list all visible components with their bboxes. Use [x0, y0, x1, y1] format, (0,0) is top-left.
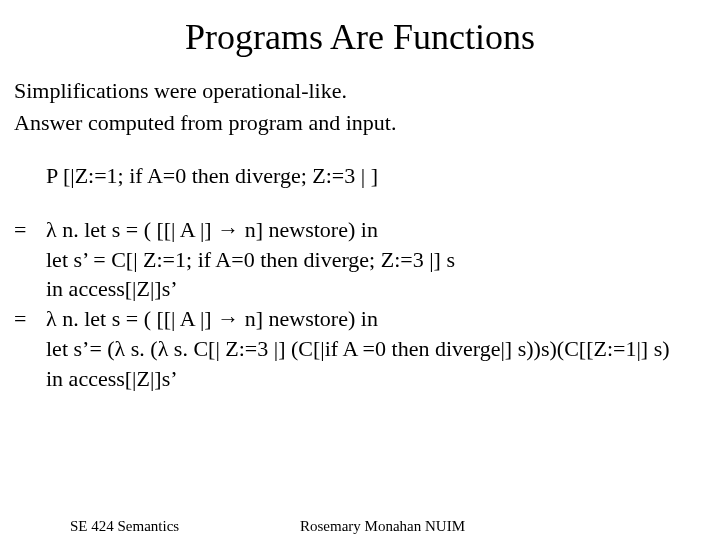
- intro-line-2: Answer computed from program and input.: [14, 108, 706, 138]
- intro-line-1: Simplifications were operational-like.: [14, 76, 706, 106]
- derivation-2-line-2: let s’= (λ s. (λ s. C[| Z:=3 |] (C[|if A…: [14, 334, 706, 364]
- equals-mark: =: [14, 215, 46, 245]
- derivation-text: in access[|Z|]s’: [46, 274, 178, 304]
- footer-author: Rosemary Monahan NUIM: [300, 518, 465, 535]
- slide-body: Simplifications were operational-like. A…: [14, 76, 706, 393]
- slide-title: Programs Are Functions: [14, 16, 706, 58]
- derivation-text: let s’= (λ s. (λ s. C[| Z:=3 |] (C[|if A…: [46, 334, 670, 364]
- footer-course: SE 424 Semantics: [70, 518, 179, 535]
- derivation-text: λ n. let s = ( [[| A |] → n] newstore) i…: [46, 304, 378, 334]
- derivation-2-line-3: in access[|Z|]s’: [14, 364, 706, 394]
- program-expression: P [|Z:=1; if A=0 then diverge; Z:=3 | ]: [14, 161, 706, 191]
- slide: Programs Are Functions Simplifications w…: [0, 0, 720, 540]
- derivation-1-line-1: = λ n. let s = ( [[| A |] → n] newstore)…: [14, 215, 706, 245]
- derivation-text: λ n. let s = ( [[| A |] → n] newstore) i…: [46, 215, 378, 245]
- spacer: [14, 193, 706, 215]
- derivation-text: let s’ = C[| Z:=1; if A=0 then diverge; …: [46, 245, 455, 275]
- derivation-1-line-3: in access[|Z|]s’: [14, 274, 706, 304]
- derivation-text: in access[|Z|]s’: [46, 364, 178, 394]
- derivation-2-line-1: = λ n. let s = ( [[| A |] → n] newstore)…: [14, 304, 706, 334]
- derivation-1-line-2: let s’ = C[| Z:=1; if A=0 then diverge; …: [14, 245, 706, 275]
- equals-mark: =: [14, 304, 46, 334]
- spacer: [14, 139, 706, 161]
